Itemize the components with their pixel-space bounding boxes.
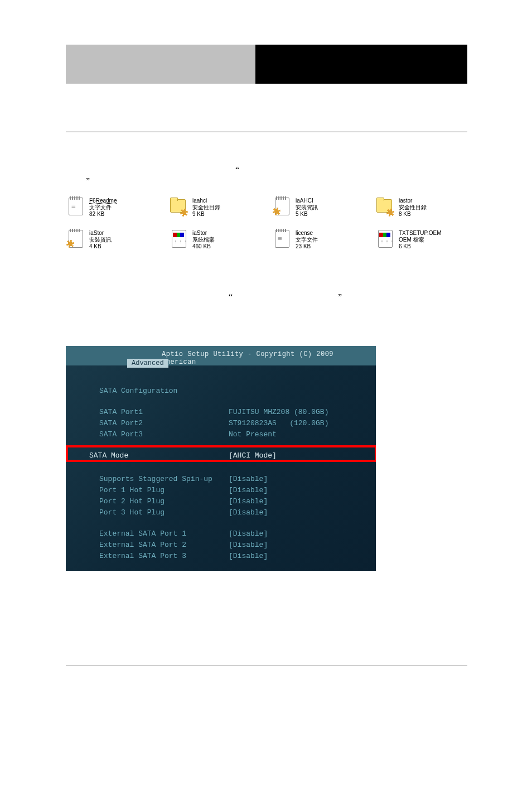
- bios-option-value: [Disable]: [229, 486, 268, 497]
- file-type: 安裝資訊: [89, 237, 112, 243]
- file-name: F6Readme: [89, 198, 117, 204]
- bios-option-value: [Disable]: [229, 475, 268, 486]
- file-size: 9 KB: [192, 211, 220, 218]
- file-f6readme: F6Readme 文字文件 82 KB: [66, 196, 169, 219]
- file-type: 文字文件: [296, 237, 318, 243]
- catalog-file-icon: [375, 196, 395, 219]
- quote-close-2: ”: [338, 292, 342, 302]
- file-size: 82 KB: [89, 211, 117, 218]
- file-txtsetup-oem: ⋮⋮⋮ TXTSETUP.OEM OEM 檔案 6 KB: [375, 229, 478, 251]
- file-name: license: [296, 230, 318, 237]
- bios-section-title: SATA Configuration: [78, 387, 229, 398]
- inf-file-icon: [66, 229, 86, 251]
- banner-left: [66, 45, 255, 84]
- file-name: iaStor: [192, 230, 215, 237]
- bios-external-value: [Disable]: [229, 530, 268, 541]
- bios-port-label: SATA Port1: [78, 408, 229, 419]
- divider-top: [66, 132, 467, 132]
- bios-port-value: FUJITSU MHZ208 (80.0GB): [229, 408, 328, 419]
- file-iaahci-cat: iaahci 安全性目錄 9 KB: [169, 196, 272, 219]
- file-size: 23 KB: [296, 243, 318, 250]
- file-iastor-inf: iaStor 安裝資訊 4 KB: [66, 229, 169, 251]
- quote-close-1: ”: [86, 176, 90, 186]
- file-iastor-sys: ⋮⋮⋮ iaStor 系統檔案 460 KB: [169, 229, 272, 251]
- bios-sata-mode-value: [AHCI Mode]: [229, 451, 277, 463]
- bios-option-label: Port 3 Hot Plug: [78, 508, 229, 519]
- file-size: 5 KB: [296, 211, 318, 218]
- bios-port-label: SATA Port3: [78, 430, 229, 441]
- bios-external-value: [Disable]: [229, 541, 268, 552]
- file-size: 4 KB: [89, 243, 112, 250]
- banner-right: [255, 45, 467, 84]
- file-type: 安裝資訊: [296, 204, 318, 211]
- sys-file-icon: ⋮⋮⋮: [169, 229, 189, 251]
- bios-option-label: Supports Staggered Spin-up: [78, 475, 229, 486]
- title-banner: [66, 45, 467, 84]
- quote-open-2: “: [229, 292, 233, 302]
- bios-option-label: Port 2 Hot Plug: [78, 497, 229, 508]
- bios-port-value: Not Present: [229, 430, 277, 441]
- files-row-2: iaStor 安裝資訊 4 KB ⋮⋮⋮ iaStor 系統檔案 460 KB …: [66, 229, 478, 251]
- bios-port-label: SATA Port2: [78, 419, 229, 430]
- inf-file-icon: [272, 196, 292, 219]
- text-file-icon: [272, 229, 292, 251]
- bios-sata-mode-label: SATA Mode: [78, 451, 229, 463]
- file-name: TXTSETUP.OEM: [399, 230, 442, 237]
- file-name: iastor: [399, 198, 427, 204]
- files-row-1: F6Readme 文字文件 82 KB iaahci 安全性目錄 9 KB ia…: [66, 196, 478, 219]
- file-name: iaAHCI: [296, 198, 318, 204]
- file-size: 6 KB: [399, 243, 442, 250]
- file-type: 安全性目錄: [399, 204, 427, 211]
- file-type: 系統檔案: [192, 237, 215, 243]
- bios-option-value: [Disable]: [229, 497, 268, 508]
- bios-external-label: External SATA Port 1: [78, 530, 229, 541]
- file-size: 460 KB: [192, 243, 215, 250]
- file-iaahci-inf: iaAHCI 安裝資訊 5 KB: [272, 196, 375, 219]
- bios-title: Aptio Setup Utility - Copyright (C) 2009…: [162, 350, 366, 366]
- bios-tab-advanced: Advanced: [127, 359, 168, 368]
- text-file-icon: [66, 196, 86, 219]
- bios-option-label: Port 1 Hot Plug: [78, 486, 229, 497]
- catalog-file-icon: [169, 196, 189, 219]
- file-name: iaStor: [89, 230, 112, 237]
- divider-bottom: [66, 666, 467, 666]
- file-license: license 文字文件 23 KB: [272, 229, 375, 251]
- bios-option-value: [Disable]: [229, 508, 268, 519]
- bios-external-label: External SATA Port 2: [78, 541, 229, 552]
- bios-external-label: External SATA Port 3: [78, 552, 229, 563]
- bios-external-value: [Disable]: [229, 552, 268, 563]
- bios-port-value: ST9120823AS (120.0GB): [229, 419, 328, 430]
- file-type: OEM 檔案: [399, 237, 442, 243]
- file-name: iaahci: [192, 198, 220, 204]
- quote-open-1: “: [235, 165, 239, 175]
- bios-screenshot: Aptio Setup Utility - Copyright (C) 2009…: [66, 346, 376, 571]
- file-iastor-cat: iastor 安全性目錄 8 KB: [375, 196, 478, 219]
- file-size: 8 KB: [399, 211, 427, 218]
- file-type: 安全性目錄: [192, 204, 220, 211]
- file-type: 文字文件: [89, 204, 117, 211]
- oem-file-icon: ⋮⋮⋮: [375, 229, 395, 251]
